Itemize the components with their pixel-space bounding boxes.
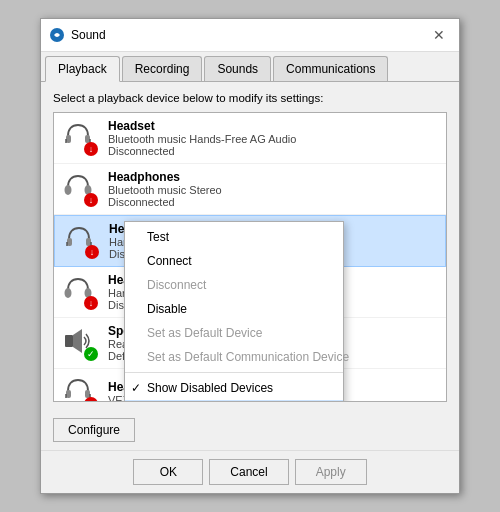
apply-button[interactable]: Apply — [295, 459, 367, 485]
device-list[interactable]: ↓ Headset Bluetooth music Hands-Free AG … — [53, 112, 447, 402]
status-indicator: ↓ — [85, 245, 99, 259]
device-icon: ↓ — [63, 223, 99, 259]
title-bar: Sound ✕ — [41, 19, 459, 52]
configure-row: Configure — [41, 412, 459, 450]
status-indicator: ↓ — [84, 397, 98, 402]
window-icon — [49, 27, 65, 43]
close-button[interactable]: ✕ — [427, 25, 451, 45]
device-item[interactable]: ↓ Headphones Bluetooth music Stereo Disc… — [54, 164, 446, 215]
sound-dialog: Sound ✕ Playback Recording Sounds Commun… — [40, 18, 460, 494]
dialog-buttons: OK Cancel Apply — [41, 450, 459, 493]
ok-button[interactable]: OK — [133, 459, 203, 485]
cancel-button[interactable]: Cancel — [209, 459, 288, 485]
main-content: Select a playback device below to modify… — [41, 82, 459, 412]
menu-item-connect[interactable]: Connect — [125, 249, 343, 273]
status-indicator: ↓ — [84, 296, 98, 310]
menu-item-label: Test — [147, 230, 169, 244]
description-text: Select a playback device below to modify… — [53, 92, 447, 104]
menu-item-set-default: Set as Default Device — [125, 321, 343, 345]
device-desc: Bluetooth music Hands-Free AG Audio — [108, 133, 438, 145]
device-icon: ↓ — [62, 274, 98, 310]
menu-item-label: Disable — [147, 302, 187, 316]
svg-marker-14 — [73, 329, 82, 353]
device-info: Headset Bluetooth music Hands-Free AG Au… — [108, 119, 438, 157]
menu-item-label: Set as Default Device — [147, 326, 262, 340]
device-desc: Bluetooth music Stereo — [108, 184, 438, 196]
context-menu: TestConnectDisconnectDisableSet as Defau… — [124, 221, 344, 402]
status-indicator: ↓ — [84, 193, 98, 207]
device-status: Disconnected — [108, 145, 438, 157]
tab-bar: Playback Recording Sounds Communications — [41, 52, 459, 82]
window-title: Sound — [71, 28, 427, 42]
svg-point-5 — [65, 185, 72, 195]
status-indicator: ↓ — [84, 142, 98, 156]
device-icon: ↓ — [62, 120, 98, 156]
device-icon: ↓ — [62, 375, 98, 402]
menu-item-disable[interactable]: Disable — [125, 297, 343, 321]
device-info: Headphones Bluetooth music Stereo Discon… — [108, 170, 438, 208]
configure-button[interactable]: Configure — [53, 418, 135, 442]
device-name: Headphones — [108, 170, 438, 184]
tab-communications[interactable]: Communications — [273, 56, 388, 81]
menu-item-label: Connect — [147, 254, 192, 268]
menu-separator — [125, 372, 343, 373]
device-status: Disconnected — [108, 196, 438, 208]
check-icon: ✓ — [131, 381, 141, 395]
menu-item-show-disabled[interactable]: ✓Show Disabled Devices — [125, 376, 343, 400]
menu-item-disconnect: Disconnect — [125, 273, 343, 297]
tab-playback[interactable]: Playback — [45, 56, 120, 82]
tab-sounds[interactable]: Sounds — [204, 56, 271, 81]
menu-item-label: Set as Default Communication Device — [147, 350, 349, 364]
status-indicator: ✓ — [84, 347, 98, 361]
device-icon: ↓ — [62, 171, 98, 207]
menu-item-label: Disconnect — [147, 278, 206, 292]
menu-item-test[interactable]: Test — [125, 225, 343, 249]
device-icon: ✓ — [62, 325, 98, 361]
svg-rect-13 — [65, 335, 73, 347]
svg-point-11 — [65, 288, 72, 298]
device-name: Headset — [108, 119, 438, 133]
menu-item-label: Show Disabled Devices — [147, 381, 273, 395]
device-item[interactable]: ↓ Headset Bluetooth music Hands-Free AG … — [54, 113, 446, 164]
tab-recording[interactable]: Recording — [122, 56, 203, 81]
menu-item-set-default-comm: Set as Default Communication Device — [125, 345, 343, 369]
